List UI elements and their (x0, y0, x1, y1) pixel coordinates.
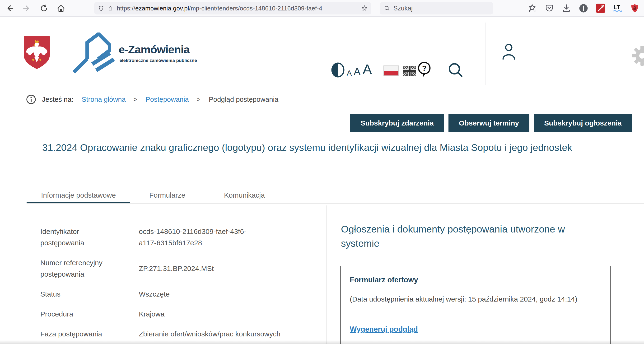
breadcrumb-separator: > (196, 96, 200, 104)
language-english-flag[interactable] (403, 66, 416, 76)
tab-bar: Informacje podstawowe Formularze Komunik… (26, 189, 280, 202)
download-icon (562, 4, 571, 13)
pocket-button[interactable] (544, 3, 554, 13)
brand-title: e-Zamówienia (119, 43, 197, 56)
language-polish-flag[interactable] (384, 66, 399, 76)
detail-value: Wszczęte (139, 288, 296, 300)
reload-button[interactable] (37, 2, 51, 15)
detail-label: Status (40, 288, 139, 300)
detail-row-status: Status Wszczęte (40, 288, 308, 300)
forward-button[interactable] (20, 2, 34, 15)
font-size-small-button[interactable]: A (347, 69, 352, 78)
reload-icon (40, 4, 48, 12)
url-text: https://ezamowienia.gov.pl/mp-client/ten… (117, 5, 349, 12)
detail-row-reference-number: Numer referencyjny postępowania ZP.271.3… (40, 257, 308, 280)
browser-toolbar: https://ezamowienia.gov.pl/mp-client/ten… (0, 0, 644, 16)
tabs-divider-line (26, 203, 644, 204)
home-button[interactable] (54, 2, 68, 15)
extension-circle-icon (578, 3, 588, 14)
site-search-icon[interactable] (448, 62, 463, 78)
magic-wand-icon (596, 3, 606, 14)
tab-komunikacja[interactable]: Komunikacja (209, 189, 280, 202)
font-size-controls: A A A (347, 61, 372, 78)
site-header: e-Zamówienia elektroniczne zamówienia pu… (0, 17, 644, 86)
back-button[interactable] (3, 2, 16, 15)
detail-label: Numer referencyjny postępowania (40, 257, 139, 280)
lock-icon[interactable] (108, 6, 114, 12)
back-icon (6, 4, 14, 12)
bookmarks-star-tray-icon (528, 4, 537, 13)
subscribe-events-button[interactable]: Subskrybuj zdarzenia (350, 114, 444, 132)
brand-block[interactable]: e-Zamówienia elektroniczne zamówienia pu… (119, 43, 197, 63)
document-card-formularz-ofertowy: Formularz ofertowy (Data udostępnienia a… (340, 266, 611, 344)
pocket-icon (544, 4, 554, 13)
bookmark-star-icon[interactable] (361, 5, 368, 12)
url-path: /mp-client/tenders/ocds-148610-2116d309-… (189, 5, 322, 12)
browser-nav-buttons (3, 2, 68, 15)
ezamowienia-logo-mark (71, 32, 116, 74)
extension-wand-button[interactable] (596, 3, 606, 13)
languagetool-button[interactable]: LT (613, 3, 623, 13)
downloads-button[interactable] (562, 3, 572, 13)
header-tools: A A A ? (331, 43, 463, 81)
forward-icon (22, 4, 31, 12)
search-icon (384, 5, 390, 12)
url-prefix: https:// (117, 5, 135, 12)
bookmarks-menu-button[interactable] (527, 3, 537, 13)
svg-text:?: ? (422, 64, 427, 72)
column-divider (326, 206, 326, 344)
detail-label: Identyfikator postępowania (40, 226, 139, 249)
shield-lock-icon (630, 3, 640, 13)
breadcrumb-prefix: Jesteś na: (42, 96, 73, 104)
info-icon (26, 94, 36, 104)
settings-gear-icon[interactable] (631, 44, 644, 67)
tender-details: Identyfikator postępowania ocds-148610-2… (40, 226, 308, 340)
font-size-medium-button[interactable]: A (354, 66, 360, 78)
svg-text:LT: LT (614, 4, 620, 10)
brand-subtitle: elektroniczne zamówienia publiczne (119, 58, 197, 63)
adblock-shield-button[interactable] (630, 3, 640, 13)
browser-search-bar[interactable]: Szukaj (380, 2, 493, 14)
breadcrumb-current: Podgląd postępowania (209, 96, 278, 104)
action-buttons: Subskrybuj zdarzenia Obserwuj terminy Su… (350, 114, 632, 132)
detail-value: ZP.271.31.BP.2024.MSt (139, 263, 296, 274)
document-card-title: Formularz ofertowy (350, 276, 601, 284)
subscribe-notices-button[interactable]: Subskrybuj ogłoszenia (534, 114, 632, 132)
page-title: 31.2024 Opracowanie znaku graficznego (l… (42, 140, 604, 155)
observe-deadlines-button[interactable]: Obserwuj terminy (448, 114, 530, 132)
header-divider (485, 22, 486, 85)
tab-informacje-podstawowe[interactable]: Informacje podstawowe (26, 189, 130, 202)
contrast-toggle-icon[interactable] (331, 62, 345, 78)
page: https://ezamowienia.gov.pl/mp-client/ten… (0, 0, 644, 344)
generate-preview-link[interactable]: Wygeneruj podgląd (350, 325, 418, 334)
breadcrumb-separator: > (133, 96, 138, 104)
detail-value: Zbieranie ofert/wniosków/prac konkursowy… (139, 328, 296, 340)
languagetool-lt-icon: LT (613, 3, 623, 14)
breadcrumb-link-home[interactable]: Strona główna (82, 96, 126, 104)
tab-formularze[interactable]: Formularze (137, 189, 198, 202)
font-size-large-button[interactable]: A (362, 61, 372, 78)
url-domain: ezamowienia.gov.pl (135, 5, 189, 12)
document-card-date: (Data udostępnienia aktualnej wersji: 15… (350, 295, 601, 303)
toolbar-extension-icons: LT (527, 0, 640, 16)
tracking-shield-icon[interactable] (98, 5, 104, 12)
extension-circle-button[interactable] (578, 3, 588, 13)
search-placeholder: Szukaj (394, 5, 413, 12)
detail-value: ocds-148610-2116d309-faef-43f6- a117-631… (139, 226, 296, 249)
poland-coat-of-arms (22, 35, 51, 70)
detail-row-procedure: Procedura Krajowa (40, 308, 308, 320)
detail-label: Procedura (40, 308, 139, 320)
help-icon[interactable]: ? (417, 62, 432, 78)
detail-row-identifier: Identyfikator postępowania ocds-148610-2… (40, 226, 308, 249)
breadcrumb: Jesteś na: Strona główna > Postępowania … (26, 94, 278, 104)
user-account-icon[interactable] (502, 44, 516, 60)
detail-value: Krajowa (139, 308, 296, 320)
detail-row-phase: Faza postępowania Zbieranie ofert/wniosk… (40, 328, 308, 340)
breadcrumb-link-tenders[interactable]: Postępowania (146, 96, 189, 104)
url-bar[interactable]: https://ezamowienia.gov.pl/mp-client/ten… (94, 2, 371, 14)
detail-label: Faza postępowania (40, 328, 139, 340)
home-icon (57, 4, 65, 12)
documents-heading: Ogłoszenia i dokumenty postępowania utwo… (341, 222, 592, 250)
